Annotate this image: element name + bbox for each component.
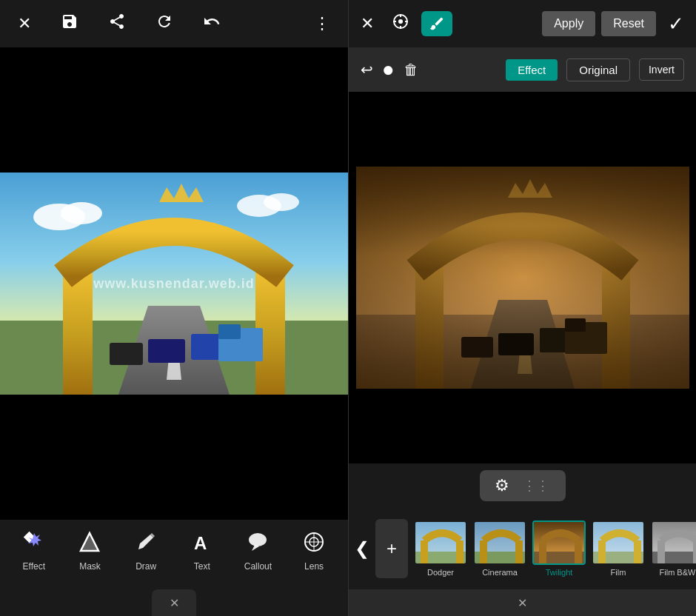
filter-label-cinerama: Cinerama xyxy=(482,568,518,577)
close-bottom-left[interactable]: ✕ xyxy=(152,589,196,616)
refresh-icon[interactable] xyxy=(150,7,179,41)
effect-label: Effect xyxy=(23,561,45,572)
trash-icon[interactable]: 🗑 xyxy=(404,61,418,78)
left-photo-area: www.kusnendar.web.id xyxy=(0,47,348,520)
close-icon[interactable]: ✕ xyxy=(12,8,37,39)
effect-icon xyxy=(19,527,49,557)
filter-item-film-bw[interactable]: Film B&W xyxy=(651,520,696,577)
svg-rect-39 xyxy=(498,333,534,355)
filter-gear-row: ⚙ ⋮⋮ xyxy=(349,463,696,508)
right-sub-toolbar: ↩ ● 🗑 Effect Original Invert xyxy=(349,47,696,92)
draw-label: Draw xyxy=(135,561,156,572)
svg-rect-38 xyxy=(461,337,493,358)
reset-button[interactable]: Reset xyxy=(601,11,656,36)
tool-draw[interactable]: Draw xyxy=(124,527,168,572)
svg-rect-49 xyxy=(480,540,487,565)
filter-label-film: Film xyxy=(611,568,626,577)
filter-thumb-cinerama xyxy=(473,520,526,565)
filter-row: ⚙ ⋮⋮ ❮ + xyxy=(349,463,696,589)
right-photo-svg xyxy=(356,167,689,389)
svg-rect-54 xyxy=(575,540,582,565)
add-filter-button[interactable]: + xyxy=(375,519,408,578)
sub-undo-icon[interactable]: ↩ xyxy=(361,61,373,78)
add-icon: + xyxy=(387,538,397,559)
callout-label: Callout xyxy=(244,561,272,572)
close-bottom-right[interactable]: ✕ xyxy=(349,589,696,616)
share-icon[interactable] xyxy=(102,7,132,41)
left-photo: www.kusnendar.web.id xyxy=(0,173,348,395)
filter-thumb-film-bw xyxy=(651,520,696,565)
filter-thumb-dodger xyxy=(414,520,467,565)
save-icon[interactable] xyxy=(55,7,84,41)
filter-thumb-twilight xyxy=(532,520,586,565)
original-button[interactable]: Original xyxy=(566,58,630,81)
nav-left-arrow[interactable]: ❮ xyxy=(355,538,369,559)
lens-icon xyxy=(299,527,329,557)
undo-icon[interactable] xyxy=(197,7,227,41)
tool-lens[interactable]: Lens xyxy=(292,527,336,572)
text-icon: A xyxy=(187,527,217,557)
circle-icon[interactable]: ● xyxy=(382,58,395,81)
filter-thumb-film xyxy=(592,520,645,565)
svg-marker-17 xyxy=(81,533,98,551)
svg-point-26 xyxy=(398,19,403,24)
confirm-icon[interactable]: ✓ xyxy=(662,7,690,41)
svg-rect-14 xyxy=(218,324,241,339)
svg-rect-57 xyxy=(598,540,606,565)
svg-text:A: A xyxy=(194,533,207,553)
filter-item-twilight[interactable]: Twilight xyxy=(532,520,586,577)
close-bottom-icon: ✕ xyxy=(170,596,179,610)
right-toolbar: ✕ Apply Reset ✓ xyxy=(349,0,696,47)
filter-label-film-bw: Film B&W xyxy=(660,568,696,577)
tools-row: Effect Mask Draw xyxy=(0,527,348,572)
gear-icon[interactable]: ⚙ xyxy=(495,476,509,495)
gear-panel[interactable]: ⚙ ⋮⋮ xyxy=(480,470,566,501)
tool-text[interactable]: A Text xyxy=(180,527,224,572)
right-photo xyxy=(356,167,689,389)
right-photo-area xyxy=(349,92,696,463)
callout-icon xyxy=(243,527,272,557)
left-toolbar: ✕ ⋮ xyxy=(0,0,348,47)
filter-label-dodger: Dodger xyxy=(427,568,454,577)
filter-item-dodger[interactable]: Dodger xyxy=(414,520,467,577)
filter-label-twilight: Twilight xyxy=(546,568,573,577)
svg-rect-11 xyxy=(148,339,185,363)
tool-effect[interactable]: Effect xyxy=(12,527,56,572)
close-bottom-right-icon: ✕ xyxy=(518,596,527,610)
effect-button[interactable]: Effect xyxy=(506,59,558,81)
svg-rect-50 xyxy=(515,540,523,565)
target-icon[interactable] xyxy=(386,7,415,41)
svg-rect-4 xyxy=(63,269,93,395)
svg-rect-45 xyxy=(421,540,428,565)
filter-thumbnails: ❮ + xyxy=(349,508,696,589)
more-icon[interactable]: ⋮ xyxy=(308,8,336,39)
svg-rect-46 xyxy=(456,540,464,565)
right-panel: ✕ Apply Reset ✓ ↩ ● 🗑 Effect Or xyxy=(348,0,696,616)
svg-rect-62 xyxy=(693,540,696,565)
svg-rect-58 xyxy=(634,540,641,565)
svg-rect-0 xyxy=(0,173,348,321)
brush-button[interactable] xyxy=(421,11,452,36)
watermark: www.kusnendar.web.id xyxy=(93,276,254,292)
svg-rect-53 xyxy=(539,540,546,565)
bottom-toolbar: Effect Mask Draw xyxy=(0,520,348,616)
draw-icon xyxy=(131,527,161,557)
right-close-icon[interactable]: ✕ xyxy=(355,8,380,39)
apply-button[interactable]: Apply xyxy=(542,11,595,36)
svg-point-19 xyxy=(249,533,267,546)
mask-label: Mask xyxy=(79,561,101,572)
svg-rect-61 xyxy=(657,540,665,565)
tool-callout[interactable]: Callout xyxy=(235,527,280,572)
svg-point-7 xyxy=(61,202,102,224)
svg-rect-42 xyxy=(565,318,586,332)
filter-item-cinerama[interactable]: Cinerama xyxy=(473,520,526,577)
tool-mask[interactable]: Mask xyxy=(67,527,112,572)
svg-point-9 xyxy=(264,193,299,211)
panel-divider: ⋮⋮ xyxy=(523,478,549,494)
invert-button[interactable]: Invert xyxy=(639,58,684,81)
svg-rect-10 xyxy=(110,343,143,365)
lens-label: Lens xyxy=(304,561,324,572)
filter-item-film[interactable]: Film xyxy=(592,520,645,577)
text-label: Text xyxy=(194,561,210,572)
mask-icon xyxy=(75,527,104,557)
